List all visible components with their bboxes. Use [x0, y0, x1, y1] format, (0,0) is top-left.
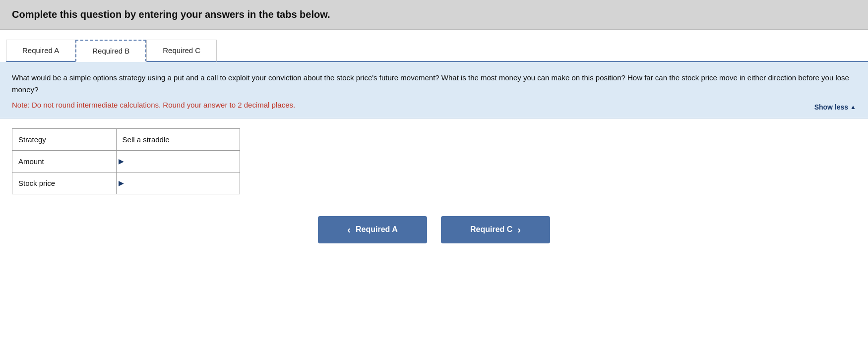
amount-input[interactable]	[117, 151, 240, 172]
tab-required-c[interactable]: Required C	[146, 40, 217, 62]
question-area: What would be a simple options strategy …	[0, 62, 868, 118]
stock-price-arrow-icon: ▶	[119, 179, 124, 187]
next-arrow-icon	[517, 224, 521, 235]
tab-required-b[interactable]: Required B	[75, 40, 146, 62]
stock-price-cell: ▶	[116, 172, 240, 194]
amount-label: Amount	[12, 150, 117, 172]
amount-cell: ▶	[116, 150, 240, 172]
nav-buttons: Required A Required C	[0, 204, 868, 253]
question-text: What would be a simple options strategy …	[12, 72, 856, 96]
header-banner: Complete this question by entering your …	[0, 0, 868, 30]
strategy-label: Strategy	[12, 128, 117, 150]
strategy-value: Sell a straddle	[116, 128, 240, 150]
amount-arrow-icon: ▶	[119, 157, 124, 165]
note-text: Note: Do not round intermediate calculat…	[12, 100, 856, 111]
page-wrapper: Complete this question by entering your …	[0, 0, 868, 345]
stock-price-label: Stock price	[12, 172, 117, 194]
table-row: Strategy Sell a straddle	[12, 128, 240, 150]
table-row: Amount ▶	[12, 150, 240, 172]
tab-required-a[interactable]: Required A	[6, 40, 75, 62]
show-less-arrow-icon: ▲	[850, 104, 856, 111]
table-area: Strategy Sell a straddle Amount ▶ Stock …	[0, 118, 868, 204]
page-title: Complete this question by entering your …	[12, 9, 856, 20]
next-button[interactable]: Required C	[441, 216, 550, 243]
show-less-button[interactable]: Show less ▲	[814, 103, 856, 111]
table-row: Stock price ▶	[12, 172, 240, 194]
prev-button[interactable]: Required A	[318, 216, 427, 243]
answer-table: Strategy Sell a straddle Amount ▶ Stock …	[12, 128, 240, 194]
stock-price-input[interactable]	[117, 172, 240, 194]
tabs-container: Required A Required B Required C	[6, 39, 868, 62]
prev-arrow-icon	[347, 224, 351, 235]
